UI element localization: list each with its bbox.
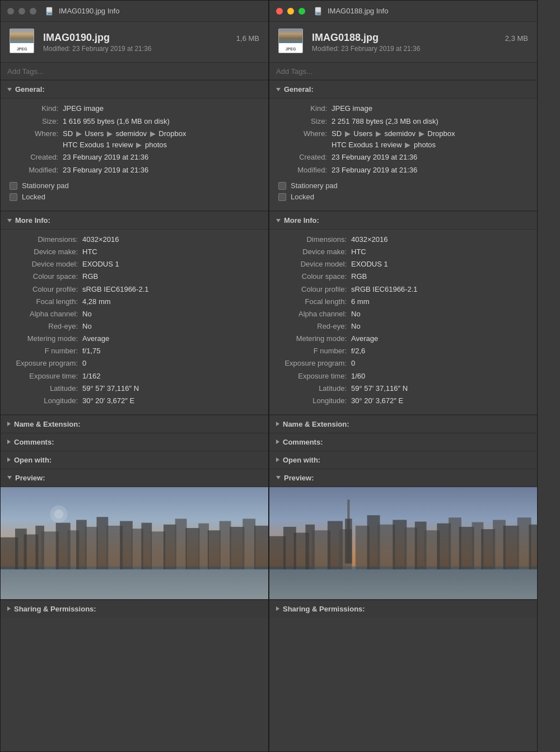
file-icon-small-2: JPEG [314,7,323,16]
exptime-value-2: 1/60 [351,371,365,382]
dim-row-1: Dimensions: 4032×2016 [10,234,259,245]
file-icon-2: JPEG [278,29,305,55]
lon-row-1: Longitude: 30° 20′ 3,672″ E [10,395,259,407]
exptime-value-1: 1/162 [82,371,101,382]
more-info-section-header-1[interactable]: More Info: [1,211,268,230]
general-section-header-2[interactable]: General: [269,80,537,99]
more-info-triangle-2 [276,219,281,222]
open-with-triangle-1 [7,457,11,462]
alpha-row-1: Alpha channel: No [10,309,259,320]
comments-title-1: Comments: [14,438,54,446]
maximize-button-1[interactable] [30,8,36,15]
general-section-header-1[interactable]: General: [1,80,268,99]
colspace-value-1: RGB [82,271,98,282]
size-row-2: Size: 2 251 788 bytes (2,3 MB on disk) [278,116,528,127]
tags-row-2[interactable] [269,63,537,80]
preview-section-header-2[interactable]: Preview: [269,469,537,487]
modified-row-2: Modified: 23 February 2019 at 21:36 [278,165,528,176]
file-info-2: IMAG0188.jpg 2,3 MB Modified: 23 Februar… [312,32,528,53]
make-row-1: Device make: HTC [10,246,259,258]
expprg-value-1: 0 [82,358,86,369]
svg-rect-58 [503,526,519,569]
model-row-1: Device model: EXODUS 1 [10,259,259,270]
make-value-2: HTC [351,246,366,258]
locked-checkbox-1[interactable] [10,193,17,201]
close-button-1[interactable] [7,8,14,15]
sharing-triangle-2 [276,606,279,611]
expprg-row-2: Exposure program: 0 [278,358,528,369]
name-ext-title-2: Name & Extension: [283,420,349,428]
name-ext-header-1[interactable]: Name & Extension: [1,415,268,433]
open-with-header-1[interactable]: Open with: [1,451,268,469]
general-triangle-2 [276,88,281,91]
titlebar-text-2: IMAG0188.jpg Info [328,7,530,15]
minimize-button-1[interactable] [18,8,25,15]
file-icon-1: JPEG [10,29,36,55]
more-info-section-header-2[interactable]: More Info: [269,211,537,230]
svg-rect-60 [529,525,537,569]
locked-checkbox-2[interactable] [278,193,286,201]
name-ext-header-2[interactable]: Name & Extension: [269,415,537,433]
expprg-row-1: Exposure program: 0 [10,358,259,369]
svg-rect-4 [1,567,268,599]
size-value-2: 2 251 788 bytes (2,3 MB on disk) [332,116,528,127]
comments-header-2[interactable]: Comments: [269,433,537,451]
colprofile-label-1: Colour profile: [10,284,82,295]
stationery-checkbox-1[interactable] [10,182,17,190]
where-label-1: Where: [10,128,63,150]
window-content-2: JPEG IMAG0188.jpg 2,3 MB Modified: 23 Fe… [269,22,537,751]
svg-rect-36 [269,536,286,569]
file-header-2: JPEG IMAG0188.jpg 2,3 MB Modified: 23 Fe… [269,22,537,63]
tags-row-1[interactable] [1,63,268,80]
preview-section-header-1[interactable]: Preview: [1,469,268,487]
general-triangle-1 [7,88,12,91]
metering-value-1: Average [82,333,109,344]
expprg-label-2: Exposure program: [278,358,351,369]
focal-row-1: Focal length: 4,28 mm [10,296,259,307]
sharing-header-1[interactable]: Sharing & Permissions: [1,600,268,618]
name-ext-triangle-1 [7,422,11,426]
tags-input-1[interactable] [7,67,262,76]
make-value-1: HTC [82,246,97,258]
general-title-2: General: [284,85,314,94]
window-1: JPEG IMAG0190.jpg Info JPEG IMAG0190.jpg… [0,0,269,752]
stationery-checkbox-2[interactable] [278,182,286,190]
kind-value-1: JPEG image [63,103,259,114]
created-label-1: Created: [10,152,63,163]
kind-label-2: Kind: [278,103,332,114]
dim-label-2: Dimensions: [278,234,351,245]
lat-row-2: Latitude: 59° 57′ 37,116″ N [278,383,528,394]
open-with-header-2[interactable]: Open with: [269,451,537,469]
titlebar-1: JPEG IMAG0190.jpg Info [1,1,268,22]
comments-header-1[interactable]: Comments: [1,433,268,451]
tags-input-2[interactable] [276,67,530,76]
close-button-2[interactable] [276,8,283,15]
colprofile-value-1: sRGB IEC61966-2.1 [82,284,149,295]
maximize-button-2[interactable] [298,8,305,15]
expprg-label-1: Exposure program: [10,358,82,369]
lon-value-1: 30° 20′ 3,672″ E [82,395,134,407]
preview-triangle-1 [7,476,12,479]
where-value-2: SD ▶ Users ▶ sdemidov ▶ Dropbox HTC Exod… [332,128,528,150]
fnumber-label-2: F number: [278,345,351,357]
created-value-2: 23 February 2019 at 21:36 [332,152,528,163]
modified-row-1: Modified: 23 February 2019 at 21:36 [10,165,259,176]
preview-image-1 [1,487,268,599]
colprofile-row-2: Colour profile: sRGB IEC61966-2.1 [278,284,528,295]
model-row-2: Device model: EXODUS 1 [278,259,528,270]
general-title-1: General: [15,85,45,94]
comments-triangle-2 [276,440,279,444]
created-value-1: 23 February 2019 at 21:36 [63,152,259,163]
open-with-title-2: Open with: [283,456,320,464]
model-value-1: EXODUS 1 [82,259,119,270]
sharing-header-2[interactable]: Sharing & Permissions: [269,600,537,618]
exptime-label-2: Exposure time: [278,371,351,382]
locked-row-2: Locked [278,193,528,201]
minimize-button-2[interactable] [287,8,294,15]
dim-value-2: 4032×2016 [351,234,388,245]
created-row-1: Created: 23 February 2019 at 21:36 [10,152,259,163]
titlebar-text-1: IMAG0190.jpg Info [59,7,262,15]
created-label-2: Created: [278,152,332,163]
fnumber-row-2: F number: f/2,6 [278,345,528,357]
stationery-label-1: Stationery pad [22,181,69,190]
